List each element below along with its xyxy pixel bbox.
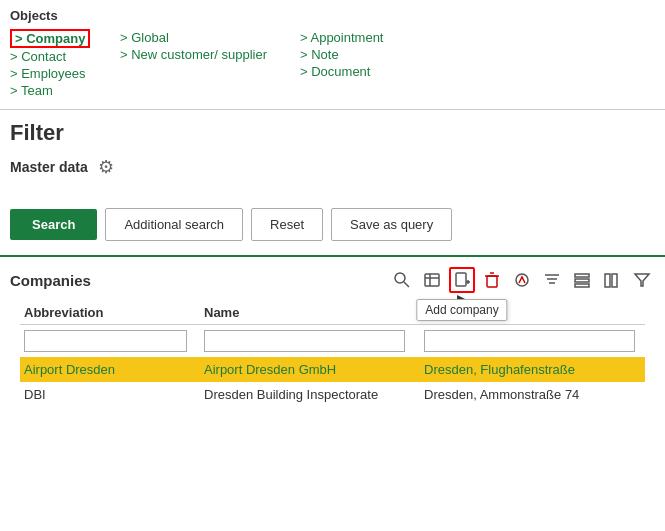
objects-grid: > Company > Contact > Employees > Team >… xyxy=(10,29,655,99)
svg-rect-2 xyxy=(425,274,439,286)
toolbar-search-btn[interactable] xyxy=(389,267,415,293)
toolbar: Add company ▶ xyxy=(389,267,655,293)
add-company-tooltip-container: Add company ▶ xyxy=(449,267,475,293)
svg-rect-18 xyxy=(605,274,610,287)
objects-col1: > Company > Contact > Employees > Team xyxy=(10,29,120,99)
svg-rect-5 xyxy=(456,273,466,286)
toolbar-funnel-btn[interactable] xyxy=(629,267,655,293)
search-button[interactable]: Search xyxy=(10,209,97,240)
cell-abbreviation: Airport Dresden xyxy=(20,360,200,379)
nav-new-customer-supplier[interactable]: > New customer/ supplier xyxy=(120,46,300,63)
rows-icon xyxy=(573,271,591,289)
filter-name-cell xyxy=(200,328,420,354)
add-company-icon xyxy=(453,271,471,289)
save-as-query-button[interactable]: Save as query xyxy=(331,208,452,241)
companies-section: Companies xyxy=(0,261,665,407)
cell-name: Airport Dresden GmbH xyxy=(200,360,420,379)
objects-col3: > Appointment > Note > Document xyxy=(300,29,500,99)
nav-team[interactable]: > Team xyxy=(10,82,120,99)
cell-address: Dresden, Flughafenstraße xyxy=(420,360,650,379)
svg-rect-15 xyxy=(575,274,589,277)
objects-section: Objects > Company > Contact > Employees … xyxy=(0,0,665,105)
col-header-abbreviation: Abbreviation xyxy=(20,303,200,322)
svg-rect-8 xyxy=(487,276,497,287)
edit-icon xyxy=(513,271,531,289)
cell-name: Dresden Building Inspectorate xyxy=(200,385,420,404)
filter-title: Filter xyxy=(10,120,655,146)
filter-icon xyxy=(543,271,561,289)
toolbar-filter-btn[interactable] xyxy=(539,267,565,293)
svg-rect-16 xyxy=(575,279,589,282)
columns-icon xyxy=(603,271,621,289)
add-company-tooltip: Add company xyxy=(416,299,507,321)
master-data-label: Master data xyxy=(10,159,88,175)
objects-col2: > Global > New customer/ supplier xyxy=(120,29,300,99)
svg-line-1 xyxy=(404,282,409,287)
toolbar-view-btn[interactable] xyxy=(419,267,445,293)
companies-header: Companies xyxy=(10,267,655,293)
filter-name-input[interactable] xyxy=(204,330,405,352)
additional-search-button[interactable]: Additional search xyxy=(105,208,243,241)
toolbar-delete-btn[interactable] xyxy=(479,267,505,293)
cell-address: Dresden, Ammonstraße 74 xyxy=(420,385,650,404)
gear-icon[interactable]: ⚙ xyxy=(98,156,114,178)
funnel-icon xyxy=(633,271,651,289)
add-company-btn[interactable] xyxy=(449,267,475,293)
column-headers: Abbreviation Name Address xyxy=(20,299,645,325)
toolbar-edit-btn[interactable] xyxy=(509,267,535,293)
table-row[interactable]: DBI Dresden Building Inspectorate Dresde… xyxy=(20,382,645,407)
filter-section: Filter Master data ⚙ xyxy=(0,114,665,188)
view-icon xyxy=(423,271,441,289)
search-icon xyxy=(393,271,411,289)
nav-document[interactable]: > Document xyxy=(300,63,500,80)
objects-title: Objects xyxy=(10,8,655,23)
filter-inputs-row xyxy=(20,325,645,357)
col-header-name: Name xyxy=(200,303,420,322)
svg-point-0 xyxy=(395,273,405,283)
section-divider xyxy=(0,255,665,257)
divider-1 xyxy=(0,109,665,110)
toolbar-rows-btn[interactable] xyxy=(569,267,595,293)
filter-abbreviation-input[interactable] xyxy=(24,330,187,352)
cell-abbreviation: DBI xyxy=(20,385,200,404)
search-buttons-area: Search Additional search Reset Save as q… xyxy=(0,188,665,251)
nav-global[interactable]: > Global xyxy=(120,29,300,46)
toolbar-columns-btn[interactable] xyxy=(599,267,625,293)
nav-note[interactable]: > Note xyxy=(300,46,500,63)
nav-contact[interactable]: > Contact xyxy=(10,48,120,65)
filter-address-cell xyxy=(420,328,650,354)
companies-title: Companies xyxy=(10,272,91,289)
filter-abbreviation-cell xyxy=(20,328,200,354)
nav-appointment[interactable]: > Appointment xyxy=(300,29,500,46)
nav-company[interactable]: > Company xyxy=(10,29,90,48)
reset-button[interactable]: Reset xyxy=(251,208,323,241)
svg-rect-19 xyxy=(612,274,617,287)
nav-employees[interactable]: > Employees xyxy=(10,65,120,82)
master-data-row: Master data ⚙ xyxy=(10,152,655,182)
svg-rect-17 xyxy=(575,284,589,287)
delete-icon xyxy=(483,271,501,289)
table-area: Abbreviation Name Address Airport Dresde… xyxy=(10,299,655,407)
table-row[interactable]: Airport Dresden Airport Dresden GmbH Dre… xyxy=(20,357,645,382)
filter-address-input[interactable] xyxy=(424,330,635,352)
